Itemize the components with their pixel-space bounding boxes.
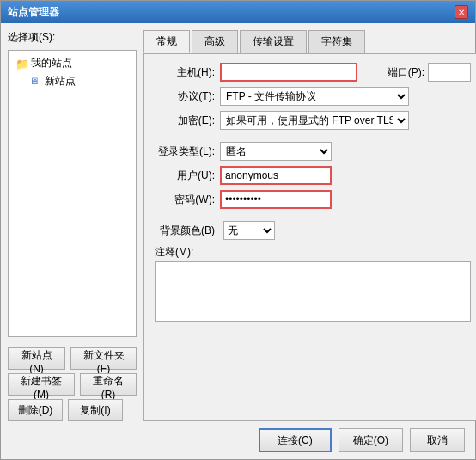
tree-view: 📁 我的站点 🖥 新站点	[8, 50, 137, 337]
ok-button[interactable]: 确定(O)	[339, 428, 403, 452]
tree-label: 选择项(S):	[8, 30, 137, 45]
tab-general[interactable]: 常规	[143, 30, 190, 53]
tree-child-label: 新站点	[45, 74, 76, 89]
btn-row-2: 新建书签(M) 重命名(R)	[8, 373, 137, 396]
login-select[interactable]: 匿名 普通 询问密码 交互	[220, 142, 332, 161]
connect-button[interactable]: 连接(C)	[259, 428, 332, 452]
tab-bar: 常规 高级 传输设置 字符集	[143, 30, 476, 53]
encrypt-label: 加密(E):	[155, 113, 215, 128]
bg-select[interactable]: 无 红 绿 蓝	[223, 221, 275, 240]
bg-row: 背景颜色(B) 无 红 绿 蓝	[155, 221, 471, 240]
tab-content-general: 主机(H): 端口(P): 协议(T): FTP - 文件传输协议 SFTP -…	[143, 53, 476, 421]
encrypt-select[interactable]: 如果可用，使用显式的 FTP over TLS 仅使用普通FTP	[220, 111, 409, 130]
left-panel: 选择项(S): 📁 我的站点 🖥 新站点 新站点(N) 新文件夹(F)	[8, 30, 137, 421]
login-row: 登录类型(L): 匿名 普通 询问密码 交互	[155, 142, 471, 161]
protocol-label: 协议(T):	[155, 89, 215, 104]
delete-button[interactable]: 删除(D)	[8, 399, 63, 421]
tree-root-item[interactable]: 📁 我的站点	[12, 54, 132, 72]
user-input[interactable]	[220, 166, 332, 185]
main-area: 选择项(S): 📁 我的站点 🖥 新站点 新站点(N) 新文件夹(F)	[8, 30, 468, 421]
protocol-row: 协议(T): FTP - 文件传输协议 SFTP - SSH文件传输协议	[155, 87, 471, 106]
copy-button[interactable]: 复制(I)	[68, 399, 123, 421]
close-button[interactable]: ✕	[455, 5, 468, 19]
encrypt-row: 加密(E): 如果可用，使用显式的 FTP over TLS 仅使用普通FTP	[155, 111, 471, 130]
new-site-button[interactable]: 新站点(N)	[8, 347, 65, 370]
window-content: 选择项(S): 📁 我的站点 🖥 新站点 新站点(N) 新文件夹(F)	[1, 23, 475, 459]
tree-root-label: 我的站点	[31, 56, 72, 71]
rename-button[interactable]: 重命名(R)	[80, 373, 137, 396]
window-title: 站点管理器	[8, 5, 59, 20]
tab-transfer[interactable]: 传输设置	[240, 30, 307, 53]
main-window: 站点管理器 ✕ 选择项(S): 📁 我的站点 🖥 新站点	[0, 0, 476, 460]
bg-label: 背景颜色(B)	[155, 224, 215, 238]
user-row: 用户(U):	[155, 166, 471, 185]
pass-row: 密码(W):	[155, 190, 471, 209]
notes-label: 注释(M):	[155, 245, 215, 260]
btn-row-1: 新站点(N) 新文件夹(F)	[8, 347, 137, 370]
login-label: 登录类型(L):	[155, 144, 215, 159]
host-row: 主机(H): 端口(P):	[155, 63, 471, 82]
tree-child-item[interactable]: 🖥 新站点	[12, 72, 132, 90]
protocol-select[interactable]: FTP - 文件传输协议 SFTP - SSH文件传输协议	[220, 87, 409, 106]
notes-label-row: 注释(M):	[155, 245, 471, 260]
host-input[interactable]	[220, 63, 357, 82]
cancel-button[interactable]: 取消	[410, 428, 465, 452]
footer-buttons: 连接(C) 确定(O) 取消	[8, 428, 468, 452]
btn-row-3: 删除(D) 复制(I)	[8, 399, 137, 421]
tab-advanced[interactable]: 高级	[192, 30, 238, 53]
port-input[interactable]	[428, 63, 471, 82]
port-label: 端口(P):	[364, 65, 424, 80]
folder-icon: 📁	[15, 58, 27, 70]
host-label: 主机(H):	[155, 65, 215, 80]
user-label: 用户(U):	[155, 169, 215, 183]
pass-input[interactable]	[220, 190, 332, 209]
new-bookmark-button[interactable]: 新建书签(M)	[8, 373, 75, 396]
notes-textarea[interactable]	[155, 261, 471, 322]
right-panel: 常规 高级 传输设置 字符集 主机(H): 端口(P): 协议(T	[143, 30, 476, 421]
tab-charset[interactable]: 字符集	[308, 30, 365, 53]
left-action-buttons: 新站点(N) 新文件夹(F) 新建书签(M) 重命名(R) 删除(D) 复制(I…	[8, 347, 137, 421]
title-bar: 站点管理器 ✕	[1, 1, 475, 23]
new-folder-button[interactable]: 新文件夹(F)	[70, 347, 137, 370]
site-icon: 🖥	[29, 76, 41, 88]
pass-label: 密码(W):	[155, 193, 215, 207]
